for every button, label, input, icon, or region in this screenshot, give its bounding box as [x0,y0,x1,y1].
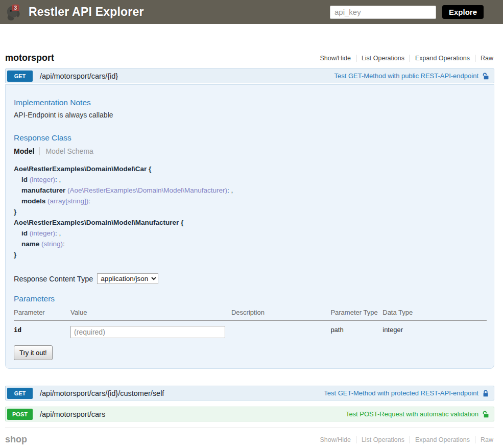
try-it-out-row: Try it out! [14,345,487,360]
model-tabs: Model Model Schema [14,147,487,155]
property-sep: : , [55,229,61,237]
property-name: name [21,240,39,248]
http-method-badge[interactable]: POST [7,409,33,420]
lock-closed-icon [482,389,489,397]
property-sep: : [88,197,90,205]
property-name: manufacturer [21,186,65,194]
lock-open-icon [482,410,489,418]
operation-get-customer: GET /api/motorsport/cars/{id}/customer/s… [5,386,494,400]
list-operations-link[interactable]: List Operations [356,55,410,62]
parameters-table-header-row: Parameter Value Description Parameter Ty… [14,305,487,321]
op-row-post-cars[interactable]: POST /api/motorsport/cars Test POST-Requ… [5,407,494,421]
col-description: Description [231,305,330,321]
op-summary-link[interactable]: Test GET-Method with public REST-API-end… [334,72,494,80]
col-value: Value [70,305,231,321]
section-title-motorsport[interactable]: motorsport [5,53,54,63]
property-type: (integer) [30,229,55,237]
col-parameter-type: Parameter Type [330,305,382,321]
http-method-badge[interactable]: GET [7,388,33,399]
lock-open-icon [482,72,489,80]
show-hide-link[interactable]: Show/Hide [315,55,355,62]
col-data-type: Data Type [382,305,487,321]
parameter-type: path [330,321,382,340]
op-path-link[interactable]: /api/motorsport/cars/{id} [40,72,118,80]
model-car-header: Aoe\RestlerExamples\Domain\Model\Car { [14,163,487,174]
property-sep: : [63,240,65,248]
elephant-icon: 3 [5,3,24,22]
op-path-link[interactable]: /api/motorsport/cars/{id}/customer/self [40,389,164,397]
property-name: id [21,176,28,183]
implementation-notes-heading: Implementation Notes [14,98,487,107]
list-operations-link[interactable]: List Operations [356,436,410,443]
logo-badge-3: 3 [14,5,17,11]
parameter-name: id [14,321,70,340]
model-property: models (array[string]): [14,196,487,206]
app-title: Restler API Explorer [29,5,144,19]
operation-post-cars: POST /api/motorsport/cars Test POST-Requ… [5,407,494,421]
model-property: id (integer): , [14,174,487,185]
property-sep: : , [55,176,61,183]
app-header: 3 Restler API Explorer Explore [0,0,503,24]
parameter-data-type: integer [382,321,487,340]
raw-link[interactable]: Raw [475,55,494,62]
parameter-description [231,321,330,340]
model-manufacturer-header: Aoe\RestlerExamples\Domain\Model\Manufac… [14,217,487,228]
api-key-input[interactable] [330,6,436,19]
property-name: id [21,229,28,237]
raw-link[interactable]: Raw [475,436,494,443]
op-summary-link[interactable]: Test GET-Method with protected REST-API-… [324,389,494,397]
model-property: name (string): [14,239,487,249]
implementation-notes-text: API-Endpoint is always callable [14,111,487,119]
section-title-shop[interactable]: shop [5,434,27,445]
response-content-type-select[interactable]: application/json [97,273,158,284]
model-manufacturer-close: } [14,249,487,260]
section-toolbar-shop: Show/Hide List Operations Expand Operati… [315,436,494,443]
property-name: models [21,197,45,205]
tab-model[interactable]: Model [14,147,34,155]
expand-operations-link[interactable]: Expand Operations [410,436,475,443]
op-summary-text: Test POST-Request with automatic validat… [346,410,478,418]
property-type: (Aoe\RestlerExamples\Domain\Model\Manufa… [67,186,227,194]
property-type: (string) [41,240,63,248]
section-header-shop: shop Show/Hide List Operations Expand Op… [5,428,494,448]
op-path-link[interactable]: /api/motorsport/cars [40,410,105,418]
response-content-type-row: Response Content Type application/json [14,273,487,284]
op-row-get-car[interactable]: GET /api/motorsport/cars/{id} Test GET-M… [5,68,494,83]
parameters-table: Parameter Value Description Parameter Ty… [14,305,487,339]
model-property: id (integer): , [14,228,487,239]
property-sep: : , [227,186,233,194]
col-parameter: Parameter [14,305,70,321]
tab-model-schema[interactable]: Model Schema [39,147,93,155]
http-method-badge[interactable]: GET [7,70,33,82]
op-row-get-customer[interactable]: GET /api/motorsport/cars/{id}/customer/s… [5,386,494,400]
try-it-out-button[interactable]: Try it out! [14,345,53,360]
op-summary-text: Test GET-Method with protected REST-API-… [324,389,478,397]
expand-operations-link[interactable]: Expand Operations [410,55,475,62]
parameter-row-id: id path integer [14,321,487,340]
restler-logo-icon[interactable]: 3 [4,2,25,22]
explore-button[interactable]: Explore [442,5,484,19]
operation-get-car: GET /api/motorsport/cars/{id} Test GET-M… [5,68,494,369]
response-content-type-label: Response Content Type [14,275,93,283]
section-motorsport: motorsport Show/Hide List Operations Exp… [5,46,494,421]
property-type: (array[string]) [47,197,88,205]
show-hide-link[interactable]: Show/Hide [315,436,355,443]
op-summary-link[interactable]: Test POST-Request with automatic validat… [346,410,494,418]
section-header-motorsport: motorsport Show/Hide List Operations Exp… [5,46,494,68]
model-car-close: } [14,206,487,217]
model-property: manufacturer (Aoe\RestlerExamples\Domain… [14,185,487,196]
model-signature: Aoe\RestlerExamples\Domain\Model\Car { i… [14,163,487,260]
section-toolbar-motorsport: Show/Hide List Operations Expand Operati… [315,55,494,62]
response-class-heading: Response Class [14,133,487,143]
parameter-value-input[interactable] [70,326,225,338]
op-detail-panel: Implementation Notes API-Endpoint is alw… [5,84,494,369]
section-shop: shop Show/Hide List Operations Expand Op… [5,428,494,448]
property-type: (integer) [30,176,55,183]
op-summary-text: Test GET-Method with public REST-API-end… [334,72,478,80]
parameters-heading: Parameters [14,294,487,303]
api-explorer-main: motorsport Show/Hide List Operations Exp… [5,46,494,448]
